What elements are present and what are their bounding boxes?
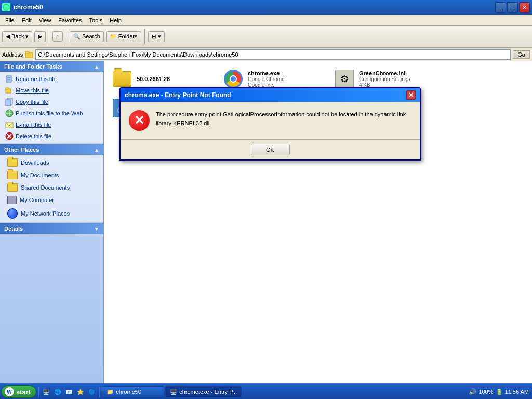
search-label: Search <box>82 33 100 39</box>
forward-button[interactable]: ▶ <box>34 31 46 42</box>
close-button[interactable]: ✕ <box>519 2 530 13</box>
quick-launch-area: 🖥️ 🌐 📧 ⭐ 🔵 <box>41 387 97 397</box>
dialog-title-bar: chrome.exe - Entry Point Not Found ✕ <box>121 88 420 102</box>
windows-logo-icon: W <box>5 387 14 396</box>
task-move[interactable]: Move this file <box>3 85 100 96</box>
quick-icon-4[interactable]: ⭐ <box>75 387 86 397</box>
taskbar-item-dialog[interactable]: 🖥️ chrome.exe - Entry P... <box>165 386 242 397</box>
window-title: chrome50 <box>14 4 492 11</box>
title-bar-buttons: _ □ ✕ <box>495 2 530 13</box>
address-bar: Address Go <box>0 48 532 61</box>
folders-button[interactable]: 📁 Folders <box>106 31 141 42</box>
file-folder-tasks-header[interactable]: File and Folder Tasks ▲ <box>0 61 103 72</box>
menu-help[interactable]: Help <box>107 16 125 24</box>
network-globe-icon <box>7 208 18 219</box>
back-label: Back <box>11 33 24 39</box>
go-button[interactable]: Go <box>513 50 530 59</box>
place-mycomputer-label: My Computer <box>20 197 54 203</box>
quick-icon-5[interactable]: 🔵 <box>87 387 97 397</box>
file-folder-tasks-chevron-icon: ▲ <box>94 64 99 70</box>
title-bar: chrome50 _ □ ✕ <box>0 0 532 15</box>
shareddocs-folder-icon <box>7 183 18 192</box>
quick-icon-3[interactable]: 📧 <box>64 387 74 397</box>
file-folder-tasks-content: Rename this file Move this file Copy thi… <box>0 72 103 143</box>
menu-view[interactable]: View <box>36 16 55 24</box>
dialog-overlay: chrome.exe - Entry Point Not Found ✕ ✕ T… <box>104 61 532 383</box>
folders-label: Folders <box>118 33 138 39</box>
other-places-header[interactable]: Other Places ▲ <box>0 144 103 155</box>
task-copy-label: Copy this file <box>16 99 48 105</box>
task-rename[interactable]: Rename this file <box>3 74 100 84</box>
downloads-folder-icon <box>7 158 18 167</box>
taskbar-separator <box>38 386 39 397</box>
back-button[interactable]: ◀ Back ▾ <box>2 31 32 42</box>
taskbar-item-explorer[interactable]: 📁 chrome50 <box>102 386 164 397</box>
taskbar-item-explorer-label: chrome50 <box>116 389 141 395</box>
maximize-button[interactable]: □ <box>507 2 518 13</box>
details-header[interactable]: Details ▼ <box>0 223 103 234</box>
toolbar: ◀ Back ▾ ▶ ↑ 🔍 Search 📁 Folders ⊞ ▾ <box>0 26 532 48</box>
clock: 11:56 AM <box>505 389 529 395</box>
task-email-label: E-mail this file <box>16 122 51 128</box>
dialog-title-text: chrome.exe - Entry Point Not Found <box>125 91 231 99</box>
menu-tools[interactable]: Tools <box>86 16 106 24</box>
back-dropdown-icon: ▾ <box>25 33 29 40</box>
start-button[interactable]: W start <box>1 385 36 398</box>
svg-rect-3 <box>6 76 11 82</box>
address-input[interactable] <box>35 49 511 60</box>
place-mydocs[interactable]: My Documents <box>3 169 100 181</box>
details-section: Details ▼ <box>0 223 103 234</box>
menu-favorites[interactable]: Favorites <box>55 16 85 24</box>
place-downloads-label: Downloads <box>21 159 49 166</box>
up-icon: ↑ <box>56 33 59 39</box>
place-shareddocs-label: Shared Documents <box>21 184 70 191</box>
rename-icon <box>5 75 14 83</box>
task-delete-label: Delete this file <box>16 133 51 139</box>
menu-edit[interactable]: Edit <box>19 16 35 24</box>
window-icon <box>2 3 10 11</box>
other-places-title: Other Places <box>4 147 39 153</box>
task-publish[interactable]: Publish this file to the Web <box>3 108 100 118</box>
taskbar-right: 🔊 100% 🔋 11:56 AM <box>467 388 531 395</box>
up-button[interactable]: ↑ <box>52 31 63 42</box>
views-icon: ⊞ <box>152 33 156 40</box>
taskbar: W start 🖥️ 🌐 📧 ⭐ 🔵 📁 chrome50 🖥️ chrome.… <box>0 383 532 399</box>
search-icon: 🔍 <box>73 33 81 40</box>
place-network-label: My Network Places <box>21 210 70 217</box>
task-delete[interactable]: Delete this file <box>3 131 100 141</box>
menu-bar: File Edit View Favorites Tools Help <box>0 15 532 26</box>
dialog-body: ✕ The procedure entry point GetLogicalPr… <box>121 102 420 139</box>
dialog-ok-button[interactable]: OK <box>251 144 290 155</box>
quick-icon-2[interactable]: 🌐 <box>52 387 63 397</box>
dialog-close-button[interactable]: ✕ <box>406 90 416 100</box>
views-button[interactable]: ⊞ ▾ <box>148 31 165 42</box>
quick-icon-1[interactable]: 🖥️ <box>41 387 51 397</box>
taskbar-item-dialog-label: chrome.exe - Entry P... <box>179 389 237 395</box>
task-copy[interactable]: Copy this file <box>3 97 100 107</box>
svg-rect-7 <box>6 88 8 89</box>
place-mycomputer[interactable]: My Computer <box>3 194 100 206</box>
search-button[interactable]: 🔍 Search <box>70 31 104 42</box>
email-icon <box>5 121 14 129</box>
place-shareddocs[interactable]: Shared Documents <box>3 182 100 193</box>
taskbar-items: 📁 chrome50 🖥️ chrome.exe - Entry P... <box>102 386 466 397</box>
place-downloads[interactable]: Downloads <box>3 157 100 168</box>
place-mydocs-label: My Documents <box>21 172 59 178</box>
folders-icon: 📁 <box>110 33 117 40</box>
battery-status: 100% <box>478 389 493 395</box>
place-network[interactable]: My Network Places <box>3 207 100 220</box>
file-folder-tasks-title: File and Folder Tasks <box>4 63 62 70</box>
minimize-button[interactable]: _ <box>495 2 506 13</box>
copy-icon <box>5 98 14 106</box>
network-status-icon: 🔊 <box>469 388 476 395</box>
toolbar-separator-1 <box>49 29 49 44</box>
menu-file[interactable]: File <box>2 16 18 24</box>
task-email[interactable]: E-mail this file <box>3 119 100 130</box>
file-folder-tasks-section: File and Folder Tasks ▲ Rename this file… <box>0 61 103 143</box>
views-dropdown-icon: ▾ <box>158 33 161 40</box>
svg-rect-9 <box>6 100 11 106</box>
svg-point-0 <box>3 4 9 10</box>
move-icon <box>5 86 14 95</box>
error-dialog: chrome.exe - Entry Point Not Found ✕ ✕ T… <box>119 87 421 161</box>
taskbar-separator-2 <box>99 386 100 397</box>
